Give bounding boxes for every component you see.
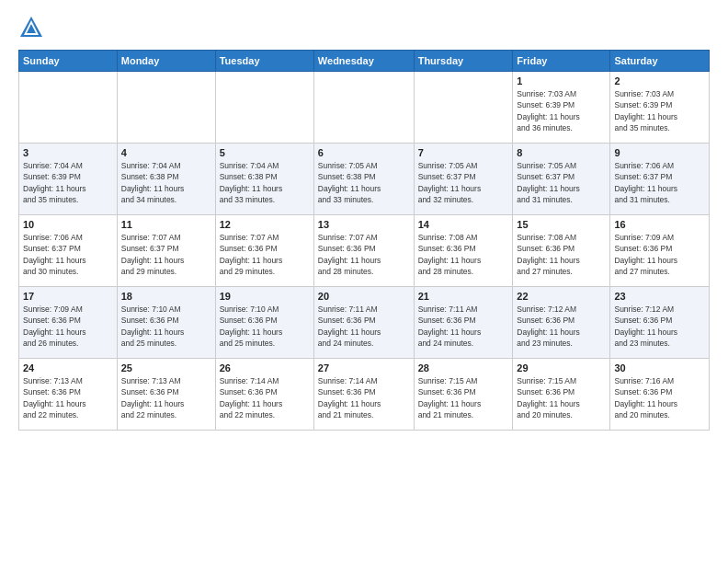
day-number: 16 bbox=[614, 219, 705, 230]
calendar-cell: 13Sunrise: 7:07 AM Sunset: 6:36 PM Dayli… bbox=[313, 215, 414, 287]
day-number: 7 bbox=[418, 147, 509, 158]
calendar-cell: 19Sunrise: 7:10 AM Sunset: 6:36 PM Dayli… bbox=[215, 287, 313, 359]
day-info: Sunrise: 7:05 AM Sunset: 6:37 PM Dayligh… bbox=[418, 160, 509, 205]
day-number: 11 bbox=[121, 219, 211, 230]
calendar-cell: 15Sunrise: 7:08 AM Sunset: 6:36 PM Dayli… bbox=[513, 215, 610, 287]
calendar-cell: 28Sunrise: 7:15 AM Sunset: 6:36 PM Dayli… bbox=[414, 359, 513, 431]
day-info: Sunrise: 7:11 AM Sunset: 6:36 PM Dayligh… bbox=[418, 304, 509, 349]
calendar-cell: 29Sunrise: 7:15 AM Sunset: 6:36 PM Dayli… bbox=[513, 359, 610, 431]
day-header-saturday: Saturday bbox=[610, 51, 710, 72]
day-number: 5 bbox=[220, 147, 310, 158]
calendar-body: 1Sunrise: 7:03 AM Sunset: 6:39 PM Daylig… bbox=[19, 72, 710, 431]
calendar-cell: 4Sunrise: 7:04 AM Sunset: 6:38 PM Daylig… bbox=[117, 144, 215, 215]
day-info: Sunrise: 7:10 AM Sunset: 6:36 PM Dayligh… bbox=[220, 304, 310, 349]
day-info: Sunrise: 7:11 AM Sunset: 6:36 PM Dayligh… bbox=[318, 304, 410, 349]
day-info: Sunrise: 7:13 AM Sunset: 6:36 PM Dayligh… bbox=[121, 375, 211, 420]
calendar-cell: 5Sunrise: 7:04 AM Sunset: 6:38 PM Daylig… bbox=[215, 144, 313, 215]
day-number: 6 bbox=[318, 147, 410, 158]
calendar-cell: 24Sunrise: 7:13 AM Sunset: 6:36 PM Dayli… bbox=[19, 359, 118, 431]
day-info: Sunrise: 7:14 AM Sunset: 6:36 PM Dayligh… bbox=[318, 375, 410, 420]
calendar-cell bbox=[313, 72, 414, 144]
day-number: 13 bbox=[318, 219, 410, 230]
calendar-cell: 6Sunrise: 7:05 AM Sunset: 6:38 PM Daylig… bbox=[313, 144, 414, 215]
calendar-cell: 22Sunrise: 7:12 AM Sunset: 6:36 PM Dayli… bbox=[513, 287, 610, 359]
day-info: Sunrise: 7:04 AM Sunset: 6:38 PM Dayligh… bbox=[220, 160, 310, 205]
calendar-cell: 3Sunrise: 7:04 AM Sunset: 6:39 PM Daylig… bbox=[19, 144, 118, 215]
day-number: 20 bbox=[318, 291, 410, 302]
calendar-cell bbox=[414, 72, 513, 144]
day-info: Sunrise: 7:07 AM Sunset: 6:36 PM Dayligh… bbox=[220, 232, 310, 277]
day-info: Sunrise: 7:09 AM Sunset: 6:36 PM Dayligh… bbox=[614, 232, 705, 277]
day-info: Sunrise: 7:15 AM Sunset: 6:36 PM Dayligh… bbox=[517, 375, 606, 420]
day-info: Sunrise: 7:07 AM Sunset: 6:36 PM Dayligh… bbox=[318, 232, 410, 277]
day-number: 21 bbox=[418, 291, 509, 302]
day-info: Sunrise: 7:03 AM Sunset: 6:39 PM Dayligh… bbox=[614, 88, 705, 133]
day-number: 10 bbox=[23, 219, 113, 230]
day-number: 8 bbox=[517, 147, 606, 158]
logo-icon bbox=[18, 15, 44, 40]
day-info: Sunrise: 7:06 AM Sunset: 6:37 PM Dayligh… bbox=[614, 160, 705, 205]
calendar-cell bbox=[19, 72, 118, 144]
calendar-cell: 14Sunrise: 7:08 AM Sunset: 6:36 PM Dayli… bbox=[414, 215, 513, 287]
day-number: 9 bbox=[614, 147, 705, 158]
day-number: 30 bbox=[614, 362, 705, 373]
calendar-cell: 20Sunrise: 7:11 AM Sunset: 6:36 PM Dayli… bbox=[313, 287, 414, 359]
day-number: 25 bbox=[121, 362, 211, 373]
calendar-week-5: 24Sunrise: 7:13 AM Sunset: 6:36 PM Dayli… bbox=[19, 359, 710, 431]
day-number: 27 bbox=[318, 362, 410, 373]
day-number: 17 bbox=[23, 291, 113, 302]
calendar-week-3: 10Sunrise: 7:06 AM Sunset: 6:37 PM Dayli… bbox=[19, 215, 710, 287]
day-info: Sunrise: 7:09 AM Sunset: 6:36 PM Dayligh… bbox=[23, 304, 113, 349]
day-number: 24 bbox=[23, 362, 113, 373]
day-number: 26 bbox=[220, 362, 310, 373]
day-number: 15 bbox=[517, 219, 606, 230]
day-number: 12 bbox=[220, 219, 310, 230]
day-number: 29 bbox=[517, 362, 606, 373]
day-info: Sunrise: 7:05 AM Sunset: 6:38 PM Dayligh… bbox=[318, 160, 410, 205]
calendar-cell: 25Sunrise: 7:13 AM Sunset: 6:36 PM Dayli… bbox=[117, 359, 215, 431]
calendar-cell: 1Sunrise: 7:03 AM Sunset: 6:39 PM Daylig… bbox=[513, 72, 610, 144]
calendar-cell bbox=[117, 72, 215, 144]
calendar-cell: 7Sunrise: 7:05 AM Sunset: 6:37 PM Daylig… bbox=[414, 144, 513, 215]
calendar: SundayMondayTuesdayWednesdayThursdayFrid… bbox=[18, 50, 710, 431]
calendar-cell: 10Sunrise: 7:06 AM Sunset: 6:37 PM Dayli… bbox=[19, 215, 118, 287]
day-header-thursday: Thursday bbox=[414, 51, 513, 72]
day-number: 28 bbox=[418, 362, 509, 373]
logo bbox=[18, 15, 48, 40]
day-info: Sunrise: 7:14 AM Sunset: 6:36 PM Dayligh… bbox=[220, 375, 310, 420]
day-info: Sunrise: 7:13 AM Sunset: 6:36 PM Dayligh… bbox=[23, 375, 113, 420]
day-header-wednesday: Wednesday bbox=[313, 51, 414, 72]
day-header-friday: Friday bbox=[513, 51, 610, 72]
calendar-cell bbox=[215, 72, 313, 144]
day-info: Sunrise: 7:03 AM Sunset: 6:39 PM Dayligh… bbox=[517, 88, 606, 133]
calendar-cell: 21Sunrise: 7:11 AM Sunset: 6:36 PM Dayli… bbox=[414, 287, 513, 359]
day-number: 2 bbox=[614, 75, 705, 86]
calendar-cell: 2Sunrise: 7:03 AM Sunset: 6:39 PM Daylig… bbox=[610, 72, 710, 144]
calendar-cell: 26Sunrise: 7:14 AM Sunset: 6:36 PM Dayli… bbox=[215, 359, 313, 431]
day-info: Sunrise: 7:12 AM Sunset: 6:36 PM Dayligh… bbox=[517, 304, 606, 349]
calendar-header-row: SundayMondayTuesdayWednesdayThursdayFrid… bbox=[19, 51, 710, 72]
calendar-cell: 30Sunrise: 7:16 AM Sunset: 6:36 PM Dayli… bbox=[610, 359, 710, 431]
day-header-sunday: Sunday bbox=[19, 51, 118, 72]
day-info: Sunrise: 7:06 AM Sunset: 6:37 PM Dayligh… bbox=[23, 232, 113, 277]
day-info: Sunrise: 7:12 AM Sunset: 6:36 PM Dayligh… bbox=[614, 304, 705, 349]
day-number: 1 bbox=[517, 75, 606, 86]
day-info: Sunrise: 7:07 AM Sunset: 6:37 PM Dayligh… bbox=[121, 232, 211, 277]
day-info: Sunrise: 7:04 AM Sunset: 6:38 PM Dayligh… bbox=[121, 160, 211, 205]
day-header-tuesday: Tuesday bbox=[215, 51, 313, 72]
day-number: 3 bbox=[23, 147, 113, 158]
calendar-cell: 17Sunrise: 7:09 AM Sunset: 6:36 PM Dayli… bbox=[19, 287, 118, 359]
calendar-cell: 9Sunrise: 7:06 AM Sunset: 6:37 PM Daylig… bbox=[610, 144, 710, 215]
day-info: Sunrise: 7:10 AM Sunset: 6:36 PM Dayligh… bbox=[121, 304, 211, 349]
day-info: Sunrise: 7:15 AM Sunset: 6:36 PM Dayligh… bbox=[418, 375, 509, 420]
day-number: 19 bbox=[220, 291, 310, 302]
calendar-cell: 27Sunrise: 7:14 AM Sunset: 6:36 PM Dayli… bbox=[313, 359, 414, 431]
day-info: Sunrise: 7:04 AM Sunset: 6:39 PM Dayligh… bbox=[23, 160, 113, 205]
calendar-cell: 16Sunrise: 7:09 AM Sunset: 6:36 PM Dayli… bbox=[610, 215, 710, 287]
calendar-cell: 8Sunrise: 7:05 AM Sunset: 6:37 PM Daylig… bbox=[513, 144, 610, 215]
day-number: 23 bbox=[614, 291, 705, 302]
day-number: 18 bbox=[121, 291, 211, 302]
calendar-week-4: 17Sunrise: 7:09 AM Sunset: 6:36 PM Dayli… bbox=[19, 287, 710, 359]
day-number: 22 bbox=[517, 291, 606, 302]
day-info: Sunrise: 7:05 AM Sunset: 6:37 PM Dayligh… bbox=[517, 160, 606, 205]
